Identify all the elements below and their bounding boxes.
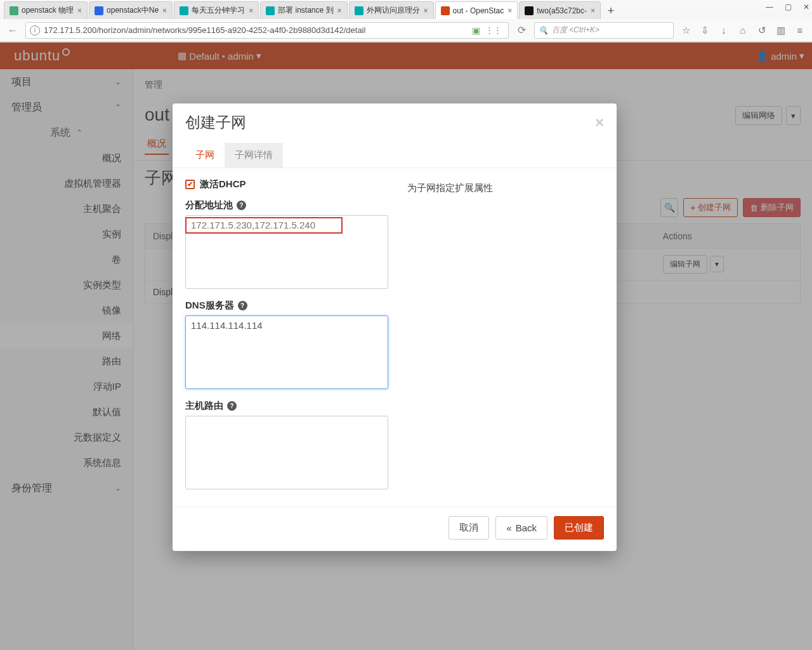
bookmark-star-icon[interactable]: ☆: [679, 25, 693, 36]
modal-tab-subnet[interactable]: 子网: [185, 143, 225, 168]
menu-icon[interactable]: ≡: [793, 25, 807, 36]
favicon-icon: [525, 6, 534, 15]
modal-help-text: 为子网指定扩展属性: [407, 178, 604, 500]
help-icon[interactable]: ?: [237, 201, 246, 210]
close-tab-icon[interactable]: ×: [424, 6, 428, 15]
app-root: ubuntu ▦ Default • admin ▾ 👤 admin ▾ 项目⌄…: [0, 43, 812, 650]
qr-icon[interactable]: ⋮⋮: [483, 25, 504, 35]
tab-label: openstack 物理: [22, 5, 74, 16]
close-window-icon[interactable]: ✕: [803, 3, 809, 11]
close-icon[interactable]: ×: [595, 114, 604, 131]
home-icon[interactable]: ⌂: [736, 25, 750, 36]
favicon-icon: [95, 6, 103, 15]
back-icon[interactable]: ←: [5, 23, 20, 38]
cancel-button[interactable]: 取消: [449, 516, 489, 540]
maximize-icon[interactable]: ▢: [785, 3, 792, 11]
modal-tab-subnet-details[interactable]: 子网详情: [225, 143, 283, 168]
browser-tab[interactable]: two(a53c72bc-×: [519, 1, 601, 19]
url-bar[interactable]: i 172.171.5.200/horizon/admin/networks/9…: [25, 22, 509, 39]
pocket-icon[interactable]: ⇩: [698, 25, 712, 36]
favicon-icon: [10, 6, 18, 15]
search-placeholder: 百度 <Ctrl+K>: [552, 25, 599, 36]
browser-toolbar: ← i 172.171.5.200/horizon/admin/networks…: [0, 19, 812, 42]
minimize-icon[interactable]: —: [766, 3, 773, 11]
window-controls: — ▢ ✕: [766, 3, 809, 11]
browser-chrome: openstack 物理×openstack中Ne×每天五分钟学习×部署 ins…: [0, 0, 812, 43]
downloads-icon[interactable]: ↓: [717, 25, 731, 36]
tab-label: out - OpenStac: [453, 6, 504, 15]
close-tab-icon[interactable]: ×: [162, 6, 167, 15]
browser-tab[interactable]: out - OpenStac×: [435, 1, 518, 19]
library-icon[interactable]: ▥: [774, 25, 788, 36]
tab-label: 部署 instance 到: [278, 5, 333, 16]
create-subnet-modal: 创建子网 × 子网 子网详情 ✔ 激活DHCP 分配地址池? 172.171.5…: [173, 103, 617, 551]
browser-tab[interactable]: openstack 物理×: [4, 1, 88, 19]
tab-label: 外网访问原理分: [367, 5, 420, 16]
url-text: 172.171.5.200/horizon/admin/networks/995…: [44, 25, 365, 35]
favicon-icon: [266, 6, 275, 15]
browser-search[interactable]: 🔍 百度 <Ctrl+K>: [534, 22, 674, 39]
close-tab-icon[interactable]: ×: [508, 6, 512, 15]
dns-servers-label: DNS服务器?: [185, 300, 388, 312]
history-icon[interactable]: ↺: [755, 25, 769, 36]
help-icon[interactable]: ?: [227, 401, 237, 411]
allocation-pools-label: 分配地址池?: [185, 199, 388, 211]
submit-button[interactable]: 已创建: [554, 516, 604, 540]
modal-title: 创建子网: [185, 112, 246, 133]
close-tab-icon[interactable]: ×: [77, 6, 82, 15]
host-routes-label: 主机路由?: [185, 400, 388, 412]
site-info-icon[interactable]: i: [30, 25, 40, 36]
browser-tab[interactable]: openstack中Ne×: [89, 1, 173, 19]
tracking-shield-icon[interactable]: ▣: [469, 25, 483, 36]
tab-label: 每天五分钟学习: [192, 5, 245, 16]
browser-tab[interactable]: 外网访问原理分×: [349, 1, 434, 19]
dns-servers-input[interactable]: 114.114.114.114: [185, 315, 388, 389]
favicon-icon: [441, 6, 450, 15]
browser-tab[interactable]: 每天五分钟学习×: [174, 1, 259, 19]
help-icon[interactable]: ?: [238, 301, 247, 310]
close-tab-icon[interactable]: ×: [249, 6, 253, 15]
close-tab-icon[interactable]: ×: [337, 6, 342, 15]
tab-label: two(a53c72bc-: [537, 6, 587, 15]
favicon-icon: [180, 6, 188, 15]
host-routes-input[interactable]: [185, 416, 388, 489]
reload-icon[interactable]: ⟳: [514, 23, 529, 38]
new-tab-button[interactable]: +: [602, 3, 620, 19]
enable-dhcp-field[interactable]: ✔ 激活DHCP: [185, 178, 388, 190]
favicon-icon: [355, 6, 363, 15]
back-button[interactable]: «Back: [495, 516, 547, 540]
dhcp-checkbox[interactable]: ✔: [185, 180, 195, 189]
tab-label: openstack中Ne: [107, 5, 159, 16]
allocation-pools-input[interactable]: 172.171.5.230,172.171.5.240: [185, 215, 388, 289]
tab-strip: openstack 物理×openstack中Ne×每天五分钟学习×部署 ins…: [0, 0, 812, 19]
close-tab-icon[interactable]: ×: [591, 6, 595, 15]
browser-tab[interactable]: 部署 instance 到×: [260, 1, 347, 19]
